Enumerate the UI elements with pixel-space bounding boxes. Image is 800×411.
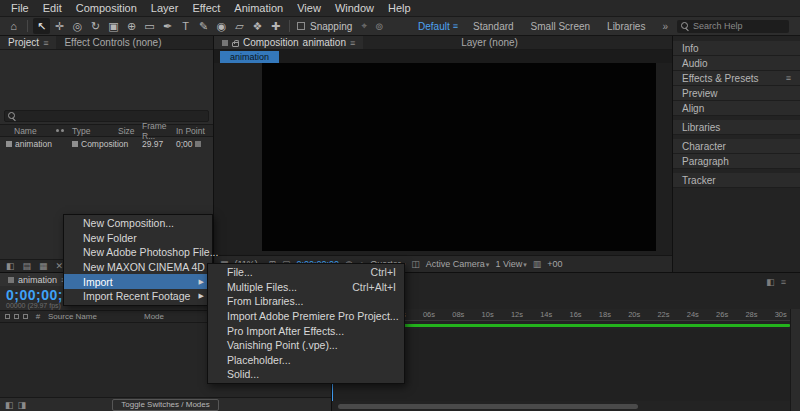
menu-item-new-composition[interactable]: New Composition... — [64, 216, 212, 231]
menu-effect[interactable]: Effect — [185, 0, 227, 16]
toggle-switches-modes-button[interactable]: Toggle Switches / Modes — [112, 399, 219, 411]
toolbar-separator — [289, 20, 290, 32]
eraser-tool-icon[interactable]: ▱ — [231, 18, 248, 34]
tab-effect-controls[interactable]: Effect Controls (none) — [56, 36, 169, 49]
menu-animation[interactable]: Animation — [227, 0, 290, 16]
workspace-small-screen[interactable]: Small Screen — [523, 21, 598, 32]
ruler-label: 06s — [423, 310, 435, 320]
new-composition-icon[interactable]: ▦ — [39, 261, 48, 271]
motion-blur-icon[interactable]: ◨ — [18, 400, 27, 410]
delete-icon[interactable]: ✕ — [56, 261, 64, 271]
snap-to-features-icon[interactable]: ⊚ — [372, 21, 386, 32]
workspace-overflow-icon[interactable]: » — [654, 21, 676, 32]
panel-effects-presets[interactable]: Effects & Presets ≡ — [673, 71, 800, 86]
new-folder-icon[interactable]: ▤ — [23, 261, 32, 271]
tab-composition[interactable]: Composition animation ≡ — [214, 36, 363, 49]
puppet-tool-icon[interactable]: ✚ — [267, 18, 284, 34]
pan-behind-tool-icon[interactable]: ⊕ — [123, 18, 140, 34]
panel-info[interactable]: Info — [673, 41, 800, 56]
menu-item-import-recent-footage[interactable]: Import Recent Footage ▶ — [64, 289, 212, 304]
panel-libraries[interactable]: Libraries — [673, 120, 800, 135]
home-icon[interactable]: ⌂ — [5, 18, 22, 34]
type-tool-icon[interactable]: T — [177, 18, 194, 34]
panel-label: Paragraph — [682, 156, 729, 167]
viewer-subtab-animation[interactable]: animation — [220, 51, 279, 63]
timeline-menu-icon[interactable]: ≡ — [781, 277, 786, 287]
menu-file[interactable]: File — [4, 0, 36, 16]
camera-tool-icon[interactable]: ▣ — [105, 18, 122, 34]
roto-brush-tool-icon[interactable]: ❖ — [249, 18, 266, 34]
column-label-icons[interactable] — [56, 129, 72, 132]
ruler-label: 26s — [716, 310, 728, 320]
column-source-name[interactable]: Source Name — [48, 312, 140, 321]
submenu-item-solid[interactable]: Solid... — [208, 367, 404, 382]
panel-character[interactable]: Character — [673, 139, 800, 154]
selection-tool-icon[interactable]: ↖ — [33, 18, 50, 34]
panel-paragraph[interactable]: Paragraph — [673, 154, 800, 169]
project-search-input[interactable] — [4, 110, 209, 122]
menu-item-new-cinema4d-file[interactable]: New MAXON CINEMA 4D File... — [64, 260, 212, 275]
menu-item-label: File... — [227, 266, 359, 278]
submenu-item-placeholder[interactable]: Placeholder... — [208, 353, 404, 368]
timeline-graph-icon[interactable]: ◧ — [766, 277, 775, 287]
exposure-value[interactable]: +00 — [547, 259, 562, 269]
view-layout-select[interactable]: 1 View▾ — [495, 259, 526, 269]
menu-edit[interactable]: Edit — [36, 0, 69, 16]
frame-blend-icon[interactable]: ◧ — [5, 400, 14, 410]
menu-view[interactable]: View — [290, 0, 328, 16]
submenu-item-file[interactable]: File... Ctrl+I — [208, 265, 404, 280]
camera-select[interactable]: Active Camera▾ — [426, 259, 490, 269]
column-mode[interactable]: Mode — [144, 312, 214, 321]
view-options-icon[interactable]: ▥ — [533, 259, 542, 269]
clone-stamp-tool-icon[interactable]: ◉ — [213, 18, 230, 34]
panel-tracker[interactable]: Tracker — [673, 173, 800, 188]
panel-menu-icon[interactable]: ≡ — [43, 38, 48, 48]
workspace-standard[interactable]: Standard — [465, 21, 522, 32]
project-item-row[interactable]: animation Composition 29.97 0;00 — [0, 137, 213, 150]
interpret-footage-icon[interactable]: ◧ — [6, 261, 15, 271]
timeline-horizontal-scrollbar[interactable] — [338, 404, 638, 409]
item-name: animation — [15, 139, 52, 149]
snapping-checkbox[interactable] — [297, 22, 305, 30]
pixel-aspect-icon[interactable]: ◫ — [411, 259, 420, 269]
orbit-tool-icon[interactable]: ↻ — [87, 18, 104, 34]
import-submenu: File... Ctrl+I Multiple Files... Ctrl+Al… — [207, 263, 405, 384]
zoom-tool-icon[interactable]: ◎ — [69, 18, 86, 34]
workspace-default[interactable]: Default — [410, 21, 452, 32]
panel-preview[interactable]: Preview — [673, 86, 800, 101]
submenu-item-import-premiere-project[interactable]: Import Adobe Premiere Pro Project... — [208, 309, 404, 324]
tab-layer[interactable]: Layer (none) — [453, 36, 526, 49]
search-help-input[interactable] — [693, 21, 785, 31]
panel-align[interactable]: Align — [673, 101, 800, 116]
lock-icon[interactable] — [232, 42, 239, 47]
menu-composition[interactable]: Composition — [69, 0, 144, 16]
composition-canvas[interactable] — [262, 63, 656, 251]
column-layer-number[interactable]: # — [32, 312, 44, 321]
panel-menu-icon[interactable]: ≡ — [350, 38, 355, 48]
hand-tool-icon[interactable]: ✛ — [51, 18, 68, 34]
snap-to-edges-icon[interactable]: ⌖ — [357, 20, 371, 32]
submenu-item-multiple-files[interactable]: Multiple Files... Ctrl+Alt+I — [208, 280, 404, 295]
column-name[interactable]: Name — [0, 126, 56, 136]
tab-project[interactable]: Project ≡ — [0, 36, 56, 49]
menu-window[interactable]: Window — [328, 0, 381, 16]
submenu-item-vanishing-point[interactable]: Vanishing Point (.vpe)... — [208, 338, 404, 353]
brush-tool-icon[interactable]: ✎ — [195, 18, 212, 34]
column-size[interactable]: Size — [118, 126, 142, 136]
search-help-box[interactable] — [677, 20, 789, 33]
submenu-item-pro-import[interactable]: Pro Import After Effects... — [208, 323, 404, 338]
shape-tool-icon[interactable]: ▭ — [141, 18, 158, 34]
menu-layer[interactable]: Layer — [144, 0, 186, 16]
submenu-item-from-libraries[interactable]: From Libraries... — [208, 294, 404, 309]
column-in-point[interactable]: In Point — [176, 126, 208, 136]
menu-item-new-folder[interactable]: New Folder — [64, 231, 212, 246]
workspace-menu-icon[interactable]: ≡ — [453, 21, 458, 31]
column-type[interactable]: Type — [72, 126, 118, 136]
workspace-libraries[interactable]: Libraries — [599, 21, 653, 32]
menu-item-new-photoshop-file[interactable]: New Adobe Photoshop File... — [64, 245, 212, 260]
panel-menu-icon[interactable]: ≡ — [786, 73, 791, 83]
menu-help[interactable]: Help — [381, 0, 418, 16]
menu-item-import[interactable]: Import ▶ — [64, 274, 212, 289]
panel-audio[interactable]: Audio — [673, 56, 800, 71]
pen-tool-icon[interactable]: ✒ — [159, 18, 176, 34]
